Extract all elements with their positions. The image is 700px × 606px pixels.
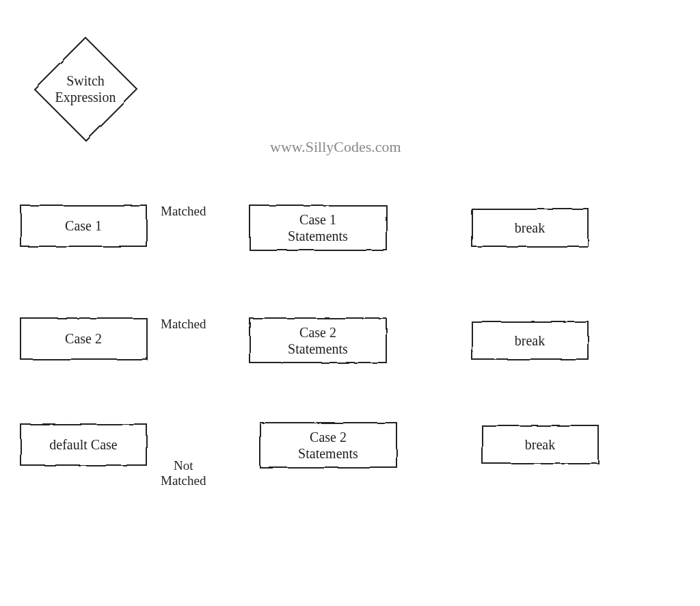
- case1-matched-label: Matched: [161, 204, 206, 219]
- case1-break-label: break: [472, 209, 588, 246]
- default-statements-label: Case 2 Statements: [260, 423, 396, 467]
- case2-label: Case 2: [21, 318, 146, 359]
- case1-statements-label: Case 1 Statements: [250, 205, 386, 250]
- case2-matched-label: Matched: [161, 317, 206, 332]
- case2-statements-label: Case 2 Statements: [250, 318, 386, 363]
- switch-expression-label: Switch Expression: [41, 72, 130, 106]
- watermark-text: www.SillyCodes.com: [270, 138, 401, 156]
- default-case-label: default Case: [21, 424, 146, 465]
- default-break-label: break: [482, 425, 598, 463]
- default-not-matched-label: Not Matched: [161, 458, 206, 488]
- case2-break-label: break: [472, 321, 588, 359]
- case1-label: Case 1: [21, 205, 146, 246]
